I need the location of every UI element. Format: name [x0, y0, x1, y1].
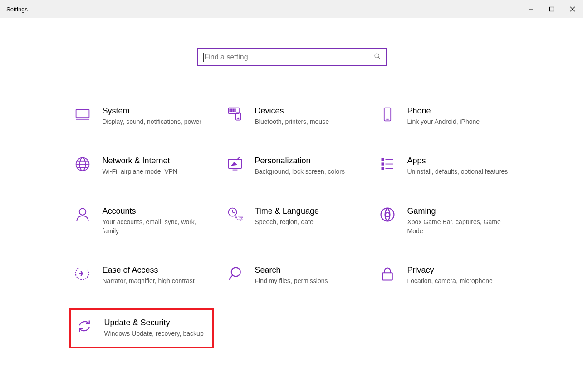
tile-text: DevicesBluetooth, printers, mouse	[255, 106, 362, 126]
personalization-icon	[226, 156, 244, 174]
tile-gaming[interactable]: GamingXbox Game Bar, captures, Game Mode	[374, 203, 519, 240]
system-icon	[73, 106, 92, 124]
tile-desc: Link your Android, iPhone	[407, 117, 514, 126]
tile-title: Apps	[407, 156, 514, 166]
tile-phone[interactable]: PhoneLink your Android, iPhone	[374, 103, 519, 131]
tile-title: Gaming	[407, 206, 514, 216]
tile-title: Ease of Access	[103, 265, 210, 275]
svg-rect-12	[235, 109, 235, 110]
svg-line-39	[232, 212, 235, 213]
close-button[interactable]	[562, 0, 583, 18]
svg-rect-6	[76, 109, 89, 118]
svg-point-43	[231, 268, 240, 277]
settings-grid: SystemDisplay, sound, notifications, pow…	[64, 103, 519, 348]
tile-desc: Find my files, permissions	[255, 276, 362, 285]
tile-update-security[interactable]: Update & SecurityWindows Update, recover…	[69, 308, 214, 348]
tile-desc: Windows Update, recovery, backup	[104, 329, 208, 338]
search-box[interactable]	[197, 48, 387, 66]
svg-text:A字: A字	[234, 215, 243, 221]
tile-search[interactable]: SearchFind my files, permissions	[221, 262, 367, 290]
window-controls	[520, 0, 583, 18]
tile-text: Ease of AccessNarrator, magnifier, high …	[103, 265, 210, 285]
svg-point-36	[79, 208, 85, 215]
svg-rect-30	[382, 159, 384, 161]
network-icon	[73, 156, 92, 174]
svg-point-42	[385, 212, 389, 216]
search-input[interactable]	[205, 53, 374, 61]
tile-desc: Xbox Game Bar, captures, Game Mode	[407, 217, 514, 236]
minimize-button[interactable]	[520, 0, 541, 18]
tile-desc: Narrator, magnifier, high contrast	[103, 276, 210, 285]
tile-time-language[interactable]: A字 Time & LanguageSpeech, region, date	[221, 203, 367, 240]
window-title: Settings	[6, 6, 28, 13]
tile-text: PersonalizationBackground, lock screen, …	[255, 156, 362, 176]
svg-line-5	[378, 57, 380, 59]
search-icon	[374, 53, 381, 62]
tile-text: GamingXbox Game Bar, captures, Game Mode	[407, 206, 514, 236]
svg-rect-1	[550, 7, 554, 11]
svg-rect-15	[233, 111, 234, 112]
tile-text: PrivacyLocation, camera, microphone	[407, 265, 514, 285]
tile-title: Personalization	[255, 156, 362, 166]
devices-icon	[226, 106, 244, 124]
svg-rect-11	[233, 109, 234, 110]
search-icon	[226, 265, 244, 284]
tile-text: Time & LanguageSpeech, region, date	[255, 206, 362, 236]
apps-icon	[378, 156, 397, 174]
phone-icon	[378, 106, 397, 124]
tile-text: Update & SecurityWindows Update, recover…	[104, 318, 208, 338]
svg-point-4	[375, 54, 379, 58]
tile-desc: Wi-Fi, airplane mode, VPN	[103, 167, 210, 176]
content: SystemDisplay, sound, notifications, pow…	[0, 18, 583, 348]
svg-rect-16	[235, 111, 235, 112]
tile-title: System	[103, 106, 210, 116]
tile-text: SystemDisplay, sound, notifications, pow…	[103, 106, 210, 126]
update-security-icon	[75, 318, 93, 336]
tile-title: Search	[255, 265, 362, 275]
time-language-icon: A字	[226, 206, 244, 225]
gaming-icon	[378, 206, 397, 225]
svg-rect-34	[382, 167, 384, 170]
tile-personalization[interactable]: PersonalizationBackground, lock screen, …	[221, 152, 367, 181]
titlebar: Settings	[0, 0, 583, 18]
accounts-icon	[73, 206, 92, 225]
tile-text: SearchFind my files, permissions	[255, 265, 362, 285]
tile-desc: Uninstall, defaults, optional features	[407, 167, 514, 176]
tile-accounts[interactable]: AccountsYour accounts, email, sync, work…	[69, 203, 214, 240]
tile-desc: Background, lock screen, colors	[255, 167, 362, 176]
tile-system[interactable]: SystemDisplay, sound, notifications, pow…	[69, 103, 214, 131]
svg-rect-45	[382, 273, 392, 280]
tile-text: AppsUninstall, defaults, optional featur…	[407, 156, 514, 176]
svg-rect-10	[231, 109, 232, 110]
tile-devices[interactable]: DevicesBluetooth, printers, mouse	[221, 103, 367, 131]
tile-title: Phone	[407, 106, 514, 116]
svg-point-18	[237, 118, 239, 119]
tile-ease-of-access[interactable]: Ease of AccessNarrator, magnifier, high …	[69, 262, 214, 290]
tile-text: PhoneLink your Android, iPhone	[407, 106, 514, 126]
tile-title: Time & Language	[255, 206, 362, 216]
tile-desc: Display, sound, notifications, power	[103, 117, 210, 126]
text-caret	[203, 53, 204, 62]
tile-title: Update & Security	[104, 318, 208, 328]
tile-desc: Bluetooth, printers, mouse	[255, 117, 362, 126]
svg-rect-14	[231, 111, 232, 112]
tile-text: Network & InternetWi-Fi, airplane mode, …	[103, 156, 210, 176]
tile-desc: Speech, region, date	[255, 217, 362, 226]
tile-text: AccountsYour accounts, email, sync, work…	[103, 206, 210, 236]
tile-desc: Your accounts, email, sync, work, family	[103, 217, 210, 236]
tile-title: Network & Internet	[103, 156, 210, 166]
svg-rect-32	[382, 163, 384, 166]
tile-title: Accounts	[103, 206, 210, 216]
svg-line-44	[229, 275, 232, 280]
tile-desc: Location, camera, microphone	[407, 276, 514, 285]
tile-title: Privacy	[407, 265, 514, 275]
tile-apps[interactable]: AppsUninstall, defaults, optional featur…	[374, 152, 519, 181]
svg-rect-9	[230, 109, 230, 110]
privacy-icon	[378, 265, 397, 284]
tile-network[interactable]: Network & InternetWi-Fi, airplane mode, …	[69, 152, 214, 181]
tile-privacy[interactable]: PrivacyLocation, camera, microphone	[374, 262, 519, 290]
tile-title: Devices	[255, 106, 362, 116]
maximize-button[interactable]	[541, 0, 562, 18]
ease-of-access-icon	[73, 265, 92, 284]
svg-rect-13	[230, 111, 230, 112]
